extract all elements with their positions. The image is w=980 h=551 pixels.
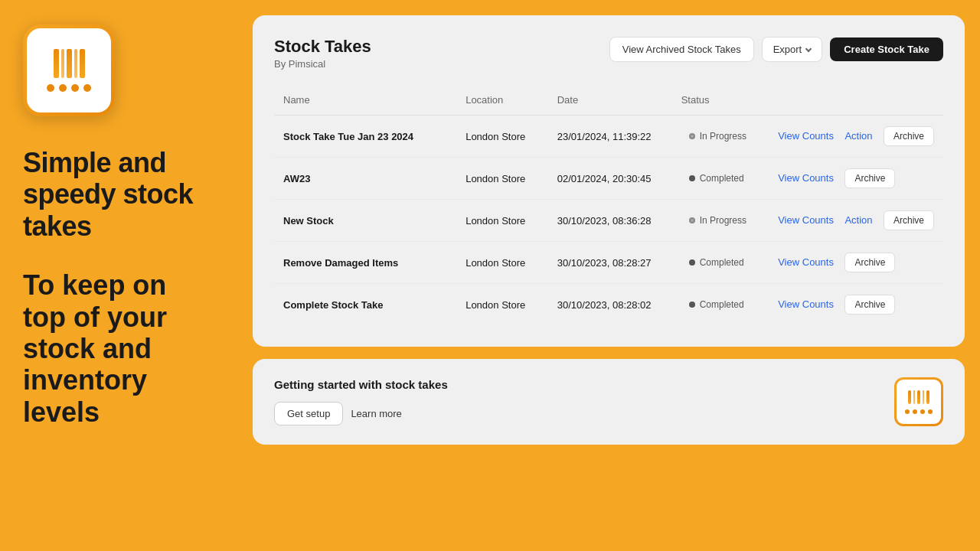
getting-started-left: Getting started with stock takes Get set…	[274, 378, 448, 425]
status-dot-icon	[689, 133, 695, 139]
page-title: Stock Takes	[274, 37, 371, 57]
card-title-block: Stock Takes By Pimsical	[274, 37, 371, 70]
getting-started-card: Getting started with stock takes Get set…	[253, 359, 965, 445]
table-row: AW23 London Store 02/01/2024, 20:30:45 C…	[274, 158, 943, 200]
view-counts-button[interactable]: View Counts	[778, 256, 834, 268]
row-name: New Stock	[274, 200, 456, 242]
export-button[interactable]: Export	[762, 37, 823, 62]
status-badge: Completed	[681, 296, 752, 313]
row-location: London Store	[456, 116, 548, 158]
app-icon	[23, 24, 115, 116]
row-name: Complete Stock Take	[274, 284, 456, 326]
barcode-icon	[47, 49, 91, 92]
row-status: Completed	[672, 242, 769, 284]
row-location: London Store	[456, 284, 548, 326]
archive-button[interactable]: Archive	[884, 210, 934, 230]
mini-barcode-icon	[905, 390, 933, 414]
action-cell: View Counts Archive	[769, 158, 943, 200]
row-status: In Progress	[672, 200, 769, 242]
create-stock-take-button[interactable]: Create Stock Take	[830, 37, 943, 61]
row-date: 23/01/2024, 11:39:22	[548, 116, 672, 158]
table-row: Complete Stock Take London Store 30/10/2…	[274, 284, 943, 326]
view-counts-button[interactable]: View Counts	[778, 298, 834, 310]
get-setup-button[interactable]: Get setup	[274, 402, 343, 425]
view-counts-button[interactable]: View Counts	[778, 172, 834, 184]
row-location: London Store	[456, 242, 548, 284]
tagline-secondary: To keep on top of your stock and invento…	[23, 269, 214, 428]
row-status: Completed	[672, 284, 769, 326]
learn-more-button[interactable]: Learn more	[351, 408, 401, 419]
action-button[interactable]: Action	[844, 214, 872, 226]
status-dot-icon	[689, 259, 695, 266]
row-name: Remove Damaged Items	[274, 242, 456, 284]
view-counts-button[interactable]: View Counts	[778, 130, 834, 142]
archive-button[interactable]: Archive	[844, 168, 895, 188]
chevron-down-icon	[805, 45, 812, 51]
col-header-name: Name	[274, 88, 456, 116]
action-cell: View Counts Archive	[769, 284, 943, 326]
col-header-date: Date	[548, 88, 672, 116]
col-header-actions	[769, 88, 943, 116]
status-badge: Completed	[681, 170, 752, 187]
getting-started-icon	[894, 377, 943, 426]
status-dot-icon	[689, 175, 695, 181]
row-status: In Progress	[672, 116, 769, 158]
col-header-status: Status	[672, 88, 769, 116]
row-location: London Store	[456, 200, 548, 242]
status-badge: In Progress	[681, 128, 754, 145]
view-counts-button[interactable]: View Counts	[778, 214, 834, 226]
row-date: 30/10/2023, 08:36:28	[548, 200, 672, 242]
table-row: Stock Take Tue Jan 23 2024 London Store …	[274, 116, 943, 158]
row-name: Stock Take Tue Jan 23 2024	[274, 116, 456, 158]
archive-button[interactable]: Archive	[844, 253, 895, 272]
row-name: AW23	[274, 158, 456, 200]
archive-button[interactable]: Archive	[884, 126, 934, 146]
getting-started-actions: Get setup Learn more	[274, 402, 448, 425]
status-dot-icon	[689, 217, 695, 223]
status-dot-icon	[689, 302, 695, 308]
left-panel: Simple and speedy stock takes To keep on…	[0, 0, 237, 551]
col-header-location: Location	[456, 88, 548, 116]
getting-started-title: Getting started with stock takes	[274, 378, 448, 391]
row-date: 30/10/2023, 08:28:27	[548, 242, 672, 284]
row-date: 30/10/2023, 08:28:02	[548, 284, 672, 326]
header-actions: View Archived Stock Takes Export Create …	[609, 37, 943, 62]
archive-button[interactable]: Archive	[844, 295, 895, 315]
status-badge: In Progress	[681, 212, 754, 229]
row-date: 02/01/2024, 20:30:45	[548, 158, 672, 200]
table-row: New Stock London Store 30/10/2023, 08:36…	[274, 200, 943, 242]
row-location: London Store	[456, 158, 548, 200]
action-cell: View Counts Action Archive	[769, 200, 943, 242]
main-card: Stock Takes By Pimsical View Archived St…	[253, 15, 965, 347]
table-row: Remove Damaged Items London Store 30/10/…	[274, 242, 943, 284]
action-button[interactable]: Action	[844, 130, 872, 142]
stock-table: Name Location Date Status Stock Take Tue…	[274, 88, 943, 325]
page-subtitle: By Pimsical	[274, 58, 371, 70]
row-status: Completed	[672, 158, 769, 200]
status-badge: Completed	[681, 254, 752, 271]
view-archived-button[interactable]: View Archived Stock Takes	[609, 37, 754, 62]
action-cell: View Counts Action Archive	[769, 116, 943, 158]
card-header: Stock Takes By Pimsical View Archived St…	[274, 37, 943, 70]
tagline-main: Simple and speedy stock takes	[23, 147, 214, 242]
right-panel: Stock Takes By Pimsical View Archived St…	[237, 0, 980, 551]
action-cell: View Counts Archive	[769, 242, 943, 284]
